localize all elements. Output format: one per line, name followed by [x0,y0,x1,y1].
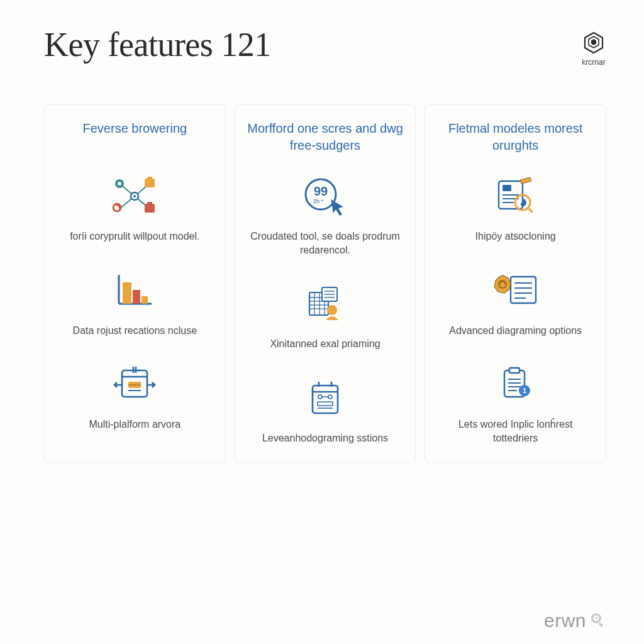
svg-rect-60 [511,277,536,303]
svg-rect-14 [145,204,155,213]
svg-marker-2 [591,39,596,45]
feature-item: Xinitanned exal priaming [245,279,406,351]
svg-point-8 [133,195,136,197]
column-title: Morfford one scres and dwg free-sudgers [245,120,406,154]
feature-text: Croudated tool, se doals prodrum redaren… [245,230,406,257]
column-title: Fletmal modeles morest orurghts [435,120,596,154]
svg-rect-51 [318,402,333,406]
features-grid: Feverse browering [44,104,606,463]
svg-rect-54 [502,185,511,191]
feature-column-3: Fletmal modeles morest orurghts Ihipöy a… [425,104,606,463]
schedule-icon [245,374,406,423]
svg-rect-19 [133,290,140,304]
svg-rect-78 [598,622,603,627]
clipboard-badge-icon: 1 [435,360,596,409]
svg-rect-44 [313,386,338,413]
column-title: Feverse browering [55,120,215,154]
svg-point-48 [318,395,322,399]
connect-nodes-icon [55,172,215,221]
svg-point-49 [328,395,332,399]
svg-marker-65 [494,275,511,293]
calendar-arrows-icon [55,360,215,409]
feature-item: Ihipöy atsocloning [435,172,596,243]
svg-text:1: 1 [523,387,526,394]
svg-rect-12 [147,177,152,179]
svg-rect-11 [145,179,155,187]
feature-item: Multi-plalform arvora [55,360,215,431]
svg-rect-68 [509,368,519,373]
database-person-icon [245,279,406,328]
feature-item: Advanced diagraming options [435,266,596,338]
footer-brand: erwn [544,608,606,633]
page-title: Key features 121 [44,25,271,64]
feature-text: Multi-plalform arvora [55,418,215,431]
feature-item: Leveanhodograming sstions [245,374,406,445]
bar-chart-icon [55,266,215,315]
magnifier-icon [589,608,606,633]
feature-item: Data rojust recations ncluse [55,266,215,338]
cursor-badge-icon: 99 2h * [245,172,406,221]
feature-text: Data rojust recations ncluse [55,324,215,338]
feature-text: Leveanhodograming sstions [245,431,406,445]
svg-rect-18 [123,282,131,304]
feature-item: foríi coryprulit willpout model. [55,172,215,243]
footer-brand-text: erwn [544,610,586,631]
feature-column-2: Morfford one scres and dwg free-sudgers … [235,104,416,463]
svg-point-43 [327,305,337,315]
feature-text: Lets wored Inplic lonĥrest tottedriers [435,418,596,445]
feature-column-1: Feverse browering [44,104,226,463]
feature-item: 99 2h * Croudated tool, se doals prodrum… [245,172,406,257]
svg-line-59 [528,208,533,213]
svg-rect-15 [147,202,152,204]
feature-text: Advanced diagraming options [435,324,596,338]
svg-text:2h *: 2h * [313,198,324,204]
feature-text: Xinitanned exal priaming [245,337,406,351]
brand-top: krcrnar [581,30,606,67]
brand-top-label: krcrnar [581,58,606,67]
document-edit-icon [435,172,596,221]
hexagon-logo-icon [581,30,606,55]
feature-item: 1 Lets wored Inplic lonĥrest tottedriers [435,360,596,445]
page-header: Key features 121 krcrnar [44,25,606,67]
svg-point-10 [118,182,121,186]
feature-text: foríi coryprulit willpout model. [55,230,215,243]
svg-text:99: 99 [314,184,328,198]
svg-rect-20 [142,296,148,304]
gear-document-icon [435,266,596,315]
feature-text: Ihipöy atsocloning [435,230,596,243]
